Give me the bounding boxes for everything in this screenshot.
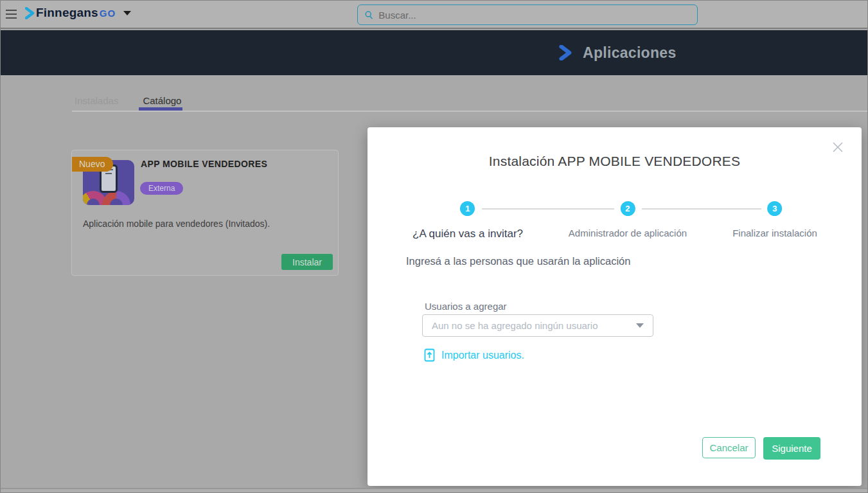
app-catalog-card: Nuevo APP MOBILE VENDEDORES Externa Apli… [71,150,339,276]
step-2: 2 Administrador de aplicación [569,201,687,238]
step-2-label: Administrador de aplicación [569,228,687,238]
top-bar: Finnegans GO [1,1,867,29]
modal-lead-text: Ingresá a las personas que usarán la apl… [406,255,630,267]
step-2-circle: 2 [620,201,635,216]
search-icon [364,10,373,20]
installation-modal: Instalación APP MOBILE VENDEDORES 1 ¿A q… [368,127,862,486]
step-1: 1 ¿A quién vas a invitar? [412,201,523,240]
step-1-label: ¿A quién vas a invitar? [412,228,523,240]
next-button[interactable]: Siguiente [763,437,820,460]
step-1-circle: 1 [460,201,475,216]
users-select-placeholder: Aun no se ha agregado ningún usuario [432,320,636,331]
modal-title: Instalación APP MOBILE VENDEDORES [368,154,862,169]
import-file-icon [424,348,436,362]
logo-chevron-icon [25,7,35,19]
close-icon[interactable] [832,141,844,153]
search-box[interactable] [357,4,698,25]
select-caret-icon [636,323,644,328]
hamburger-menu-icon[interactable] [6,10,19,20]
brand-logo[interactable]: Finnegans GO [25,6,131,20]
search-input[interactable] [378,10,691,21]
tab-divider [72,111,867,112]
logo-brand-text: Finnegans [36,6,98,20]
aplicaciones-chevron-icon [559,45,572,60]
step-3-circle: 3 [767,201,782,216]
externa-badge: Externa [140,182,183,195]
logo-suffix-text: GO [100,8,116,19]
users-field-label: Usuarios a agregar [425,301,507,312]
page-title: Aplicaciones [583,44,677,62]
app-title: APP MOBILE VENDEDORES [141,159,267,169]
install-button[interactable]: Instalar [281,254,333,270]
import-users-label: Importar usuarios. [441,350,524,361]
step-3: 3 Finalizar instalación [732,201,817,238]
step-3-label: Finalizar instalación [732,228,817,238]
app-description: Aplicación mobile para vendedores (Invit… [83,219,270,229]
import-users-link[interactable]: Importar usuarios. [424,348,524,362]
tab-instaladas[interactable]: Instaladas [75,95,118,111]
application-window: Finnegans GO Aplicaciones Instaladas Cat… [0,0,868,493]
chevron-down-icon[interactable] [123,11,131,15]
new-badge: Nuevo [72,157,113,172]
cancel-button[interactable]: Cancelar [702,437,756,458]
users-select[interactable]: Aun no se ha agregado ningún usuario [422,314,653,337]
page-header: Aplicaciones [1,30,867,75]
footer-strip [1,488,867,493]
